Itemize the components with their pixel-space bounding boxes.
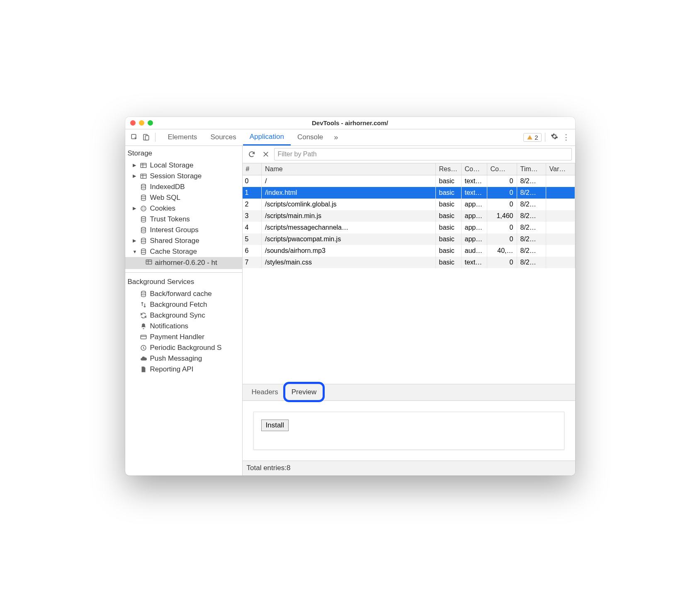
th-vary-header[interactable]: Var… (546, 163, 575, 175)
sidebar-item-notifications[interactable]: Notifications (125, 321, 242, 332)
sidebar-item-bg-fetch[interactable]: Background Fetch (125, 299, 242, 310)
table-row[interactable]: 1/index.htmlbasictext…08/2… (243, 187, 575, 199)
cell-time: 8/2… (517, 222, 546, 233)
table-row[interactable]: 4/scripts/messagechannela…basicapp…08/2… (243, 222, 575, 233)
detail-tab-headers[interactable]: Headers (246, 384, 284, 400)
sidebar-subitem-cache-airhorner[interactable]: airhorner-0.6.20 - ht (125, 257, 242, 269)
sidebar-item-shared-storage[interactable]: ▶Shared Storage (125, 235, 242, 246)
th-time-cached[interactable]: Tim… (517, 163, 546, 175)
sidebar-item-indexeddb[interactable]: IndexedDB (125, 182, 242, 192)
svg-point-11 (144, 209, 145, 209)
sidebar-item-label: Background Sync (150, 311, 205, 320)
th-content-type[interactable]: Co… (461, 163, 487, 175)
cell-resp: basic (435, 199, 461, 210)
inspect-element-icon[interactable] (129, 131, 140, 143)
sidebar-item-trust-tokens[interactable]: Trust Tokens (125, 214, 242, 225)
database-icon (139, 215, 148, 223)
cell-vary (546, 245, 575, 257)
table-row[interactable]: 3/scripts/main.min.jsbasicapp…1,4608/2… (243, 210, 575, 222)
caret-icon: ▶ (133, 173, 137, 179)
cell-name: /scripts/pwacompat.min.js (262, 233, 436, 245)
tab-application[interactable]: Application (243, 129, 291, 146)
bgservices-group-title: Background Services (125, 276, 242, 289)
sidebar-item-reporting[interactable]: Reporting API (125, 364, 242, 375)
cell-index: 1 (243, 187, 262, 199)
cell-index: 7 (243, 257, 262, 268)
table-icon (145, 258, 153, 268)
th-content-length[interactable]: Co… (487, 163, 517, 175)
cell-index: 5 (243, 233, 262, 245)
device-toggle-icon[interactable] (140, 131, 152, 143)
sidebar-item-label: Periodic Background S (150, 344, 222, 352)
sidebar-item-cache-storage[interactable]: ▼Cache Storage (125, 246, 242, 257)
cell-resp: basic (435, 175, 461, 187)
svg-point-7 (141, 206, 146, 211)
table-icon (139, 161, 148, 170)
sidebar-item-label: Web SQL (150, 194, 180, 202)
cell-resp: basic (435, 233, 461, 245)
cell-len: 1,460 (487, 210, 517, 222)
cell-vary (546, 199, 575, 210)
detail-tabs: HeadersPreview (243, 384, 575, 401)
cell-cont: aud… (461, 245, 487, 257)
filter-input[interactable] (274, 148, 572, 160)
cell-vary (546, 175, 575, 187)
tab-sources[interactable]: Sources (204, 129, 243, 146)
th-response-type[interactable]: Res… (435, 163, 461, 175)
zoom-icon[interactable] (148, 120, 153, 126)
sidebar-item-local-storage[interactable]: ▶Local Storage (125, 160, 242, 171)
cell-index: 2 (243, 199, 262, 210)
sidebar-item-websql[interactable]: Web SQL (125, 192, 242, 203)
preview-area: Install (243, 401, 575, 461)
sidebar-item-label: Background Fetch (150, 301, 207, 309)
detail-tab-preview[interactable]: Preview (286, 384, 322, 400)
sidebar-item-bg-sync[interactable]: Background Sync (125, 310, 242, 321)
sidebar-item-label: Push Messaging (150, 354, 202, 363)
table-row[interactable]: 0/basictext…08/2… (243, 175, 575, 187)
cell-cont: text… (461, 187, 487, 199)
sidebar-item-cookies[interactable]: ▶Cookies (125, 203, 242, 214)
table-row[interactable]: 2/scripts/comlink.global.jsbasicapp…08/2… (243, 199, 575, 210)
sidebar-item-label: Shared Storage (150, 237, 199, 245)
close-icon[interactable] (130, 120, 136, 126)
sidebar-item-payment[interactable]: Payment Handler (125, 332, 242, 342)
th-index[interactable]: # (243, 163, 262, 175)
sidebar-item-label: Interest Groups (150, 226, 199, 234)
sidebar-item-bfcache[interactable]: Back/forward cache (125, 289, 242, 299)
th-name[interactable]: Name (262, 163, 436, 175)
cell-cont: app… (461, 222, 487, 233)
install-button[interactable]: Install (261, 420, 289, 431)
sidebar-item-session-storage[interactable]: ▶Session Storage (125, 171, 242, 182)
settings-icon[interactable] (549, 133, 560, 142)
clear-icon[interactable] (260, 148, 272, 160)
cell-name: /sounds/airhorn.mp3 (262, 245, 436, 257)
database-icon (139, 183, 148, 191)
sidebar-item-push[interactable]: Push Messaging (125, 353, 242, 364)
warnings-chip[interactable]: 2 (523, 133, 541, 142)
tab-console[interactable]: Console (291, 129, 330, 146)
table-row[interactable]: 5/scripts/pwacompat.min.jsbasicapp…08/2… (243, 233, 575, 245)
more-tabs-button[interactable]: » (330, 133, 342, 142)
caret-icon: ▶ (133, 206, 137, 211)
cell-index: 3 (243, 210, 262, 222)
footer-bar: Total entries: 8 (243, 461, 575, 476)
highlight-ring (283, 382, 325, 402)
more-options-icon[interactable]: ⋮ (560, 133, 572, 142)
svg-rect-16 (146, 260, 152, 264)
reload-icon[interactable] (246, 148, 258, 160)
table-row[interactable]: 7/styles/main.cssbasictext…08/2… (243, 257, 575, 268)
toolbar-sep (545, 133, 545, 142)
sidebar-item-periodic-sync[interactable]: Periodic Background S (125, 342, 242, 353)
cell-time: 8/2… (517, 199, 546, 210)
database-icon (139, 237, 148, 245)
table-row[interactable]: 6/sounds/airhorn.mp3basicaud…40,…8/2… (243, 245, 575, 257)
tab-elements[interactable]: Elements (161, 129, 204, 146)
cell-name: /scripts/messagechannela… (262, 222, 436, 233)
sidebar-item-label: Back/forward cache (150, 290, 212, 298)
minimize-icon[interactable] (139, 120, 144, 126)
storage-group-title: Storage (125, 148, 242, 160)
database-icon (139, 194, 148, 202)
cloud-icon (139, 354, 148, 363)
sidebar-item-interest-groups[interactable]: Interest Groups (125, 225, 242, 235)
cell-cont: app… (461, 210, 487, 222)
